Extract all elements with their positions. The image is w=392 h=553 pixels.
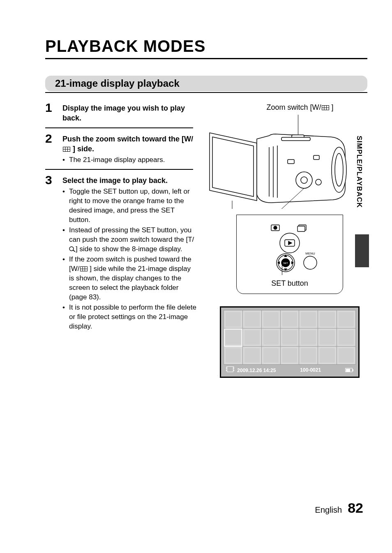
svg-rect-13 [81, 269, 83, 271]
thumbnail [261, 347, 280, 365]
steps-column: 1 Display the image you wish to play bac… [45, 103, 197, 331]
step-3: 3 Select the image to play back. Toggle … [45, 176, 197, 331]
svg-rect-14 [83, 269, 85, 271]
svg-rect-21 [324, 108, 326, 110]
step-bullets: The 21-image display appears. [62, 155, 197, 165]
footer-language: English [315, 505, 342, 515]
step-head-post: ] side. [71, 145, 94, 153]
thumbnail [280, 347, 299, 365]
svg-rect-34 [288, 160, 294, 164]
subheading-text: 21-image display playback [55, 78, 180, 89]
grid-icon [322, 105, 329, 110]
screen-datetime: 2009.12.26 14:25 [237, 368, 276, 373]
screen-status-bar: 2009.12.26 14:25 100-0021 [224, 365, 356, 374]
svg-point-40 [274, 226, 277, 229]
bullet-text: Toggle the SET button up, down, left or … [62, 187, 197, 225]
thumbnail [224, 347, 243, 365]
svg-rect-5 [66, 149, 68, 151]
thumbnail [299, 329, 318, 347]
callout-pre: Zoom switch [W/ [266, 103, 321, 111]
svg-rect-15 [85, 269, 87, 271]
bullet-pre: Instead of pressing the SET button, you … [69, 226, 194, 243]
thumbnail [242, 329, 261, 347]
step-head-pre: Push the zoom switch toward the [W/ [62, 135, 193, 143]
status-left: 2009.12.26 14:25 [227, 366, 276, 373]
svg-rect-18 [324, 106, 326, 108]
svg-rect-42 [297, 226, 305, 231]
camcorder-illustration [208, 114, 351, 209]
step-number: 3 [45, 173, 52, 187]
thumbnail [337, 329, 356, 347]
grid-icon [63, 147, 70, 152]
svg-rect-2 [66, 147, 68, 149]
thumbnail [318, 310, 337, 329]
callout-post: ] [330, 103, 334, 111]
battery-icon [345, 368, 353, 372]
svg-rect-6 [68, 149, 70, 151]
menu-label: MENU [305, 252, 315, 255]
step-heading: Select the image to play back. [62, 176, 197, 185]
thumbnail-selected [224, 329, 243, 347]
svg-rect-17 [322, 106, 324, 108]
bullet-post: ] side to show the 8-image display. [76, 245, 182, 253]
svg-point-36 [316, 179, 321, 185]
svg-rect-1 [63, 147, 65, 149]
svg-text:SET: SET [283, 262, 288, 264]
grid-icon [80, 266, 88, 271]
film-icon [227, 366, 233, 372]
page-footer: English 82 [315, 500, 363, 516]
svg-rect-12 [85, 267, 87, 269]
thumbnail [337, 310, 356, 329]
step-number: 1 [45, 101, 52, 115]
thumbnail [337, 347, 356, 365]
step-2: 2 Push the zoom switch toward the [W/ ] … [45, 134, 197, 170]
svg-rect-11 [83, 267, 85, 269]
zoom-switch-callout: Zoom switch [W/ ] [228, 103, 372, 112]
thumbnail [261, 329, 280, 347]
dpad-illustration: SET MENU [249, 222, 331, 276]
footer-page-number: 82 [348, 500, 363, 516]
thumbnail [299, 347, 318, 365]
step-heading: Push the zoom switch toward the [W/ ] si… [62, 134, 197, 154]
thumbnail [261, 310, 280, 329]
magnifier-icon [69, 245, 76, 251]
section-sidebar: SIMPLE/PLAYBACK [355, 136, 367, 208]
thumbnail [242, 310, 261, 329]
manual-page: PLAYBACK MODES 21-image display playback… [0, 0, 392, 553]
illustration-column: Zoom switch [W/ ] [208, 103, 372, 378]
sidebar-tab-marker [355, 234, 369, 267]
bullet-text: It is not possible to perform the file d… [62, 303, 197, 331]
svg-rect-10 [81, 267, 83, 269]
callout-line [282, 260, 282, 275]
thumbnail [318, 347, 337, 365]
thumbnail [318, 329, 337, 347]
step-bullets: Toggle the SET button up, down, left or … [62, 187, 197, 331]
svg-rect-22 [327, 108, 329, 110]
set-button-callout: SET button [241, 279, 339, 288]
lcd-screen-mockup: 2009.12.26 14:25 100-0021 [220, 306, 360, 378]
control-inset: SET MENU SET button [236, 215, 343, 294]
thumbnail [280, 310, 299, 329]
svg-rect-28 [281, 137, 310, 141]
svg-rect-3 [68, 147, 70, 149]
svg-rect-35 [314, 155, 319, 160]
callout-line [298, 115, 298, 134]
subheading-block: 21-image display playback [45, 76, 367, 93]
svg-rect-4 [63, 149, 65, 151]
screen-counter: 100-0021 [300, 367, 321, 373]
thumbnail [299, 310, 318, 329]
page-title: PLAYBACK MODES [45, 37, 367, 56]
svg-rect-20 [322, 108, 324, 110]
sidebar-label: SIMPLE/PLAYBACK [355, 136, 363, 208]
step-divider [45, 169, 193, 170]
step-number: 2 [45, 132, 52, 146]
svg-point-33 [301, 177, 307, 183]
svg-point-26 [335, 153, 343, 186]
bullet-text: Instead of pressing the SET button, you … [62, 226, 197, 254]
step-1: 1 Display the image you wish to play bac… [45, 103, 197, 128]
svg-marker-24 [212, 137, 254, 197]
thumbnail [224, 310, 243, 329]
thumbnail [242, 347, 261, 365]
svg-line-8 [73, 250, 76, 252]
thumbnail [280, 329, 299, 347]
